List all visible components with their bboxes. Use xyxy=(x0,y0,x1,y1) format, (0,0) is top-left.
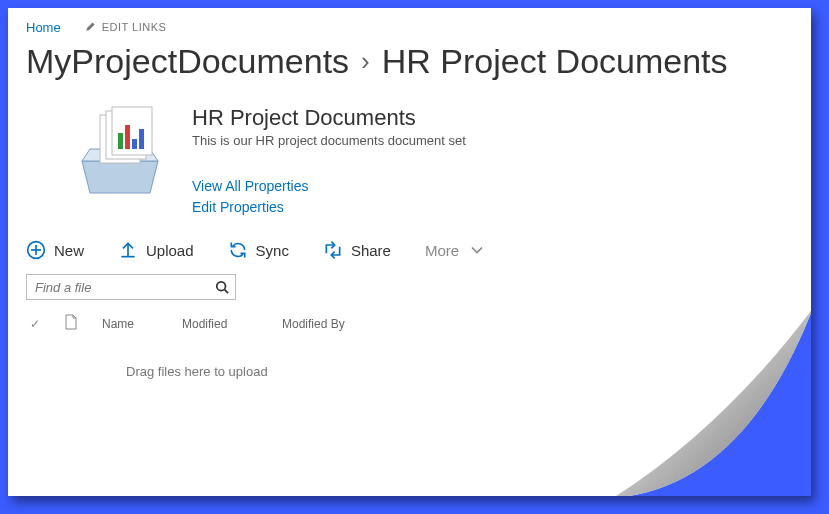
search-icon[interactable] xyxy=(215,280,229,294)
share-button-label: Share xyxy=(351,242,391,259)
sync-icon xyxy=(228,240,248,260)
find-file-search[interactable] xyxy=(26,274,236,300)
docset-title: HR Project Documents xyxy=(192,105,466,131)
empty-library-hint: Drag files here to upload xyxy=(26,364,793,379)
sync-button-label: Sync xyxy=(256,242,289,259)
svg-rect-6 xyxy=(139,129,144,149)
library-column-headers: ✓ Name Modified Modified By xyxy=(26,314,793,334)
more-button-label: More xyxy=(425,242,459,259)
docset-description: This is our HR project documents documen… xyxy=(192,133,466,148)
svg-line-13 xyxy=(225,290,229,294)
breadcrumb: MyProjectDocuments › HR Project Document… xyxy=(26,42,793,81)
sync-button[interactable]: Sync xyxy=(228,240,289,260)
plus-circle-icon xyxy=(26,240,46,260)
share-icon xyxy=(323,240,343,260)
nav-home-link[interactable]: Home xyxy=(26,20,61,35)
svg-rect-3 xyxy=(118,133,123,149)
new-button-label: New xyxy=(54,242,84,259)
column-header-name[interactable]: Name xyxy=(102,317,162,331)
share-button[interactable]: Share xyxy=(323,240,391,260)
find-file-input[interactable] xyxy=(33,279,215,296)
nav-edit-links[interactable]: EDIT LINKS xyxy=(85,21,167,34)
breadcrumb-current: HR Project Documents xyxy=(382,42,728,81)
upload-icon xyxy=(118,240,138,260)
column-header-modified[interactable]: Modified xyxy=(182,317,262,331)
document-set-icon xyxy=(72,105,168,201)
pencil-icon xyxy=(85,21,96,34)
more-button[interactable]: More xyxy=(425,240,487,260)
doctype-icon xyxy=(64,314,82,333)
edit-properties-link[interactable]: Edit Properties xyxy=(192,197,466,218)
chevron-down-icon xyxy=(467,240,487,260)
select-all-checkbox[interactable]: ✓ xyxy=(26,317,44,331)
svg-rect-4 xyxy=(125,125,130,149)
svg-point-12 xyxy=(217,282,226,291)
new-button[interactable]: New xyxy=(26,240,84,260)
breadcrumb-library[interactable]: MyProjectDocuments xyxy=(26,42,349,81)
upload-button[interactable]: Upload xyxy=(118,240,194,260)
nav-edit-links-label: EDIT LINKS xyxy=(102,21,167,33)
view-all-properties-link[interactable]: View All Properties xyxy=(192,176,466,197)
svg-rect-5 xyxy=(132,139,137,149)
upload-button-label: Upload xyxy=(146,242,194,259)
library-toolbar: New Upload Sync xyxy=(26,240,793,260)
chevron-right-icon: › xyxy=(359,46,372,77)
column-header-modified-by[interactable]: Modified By xyxy=(282,317,372,331)
